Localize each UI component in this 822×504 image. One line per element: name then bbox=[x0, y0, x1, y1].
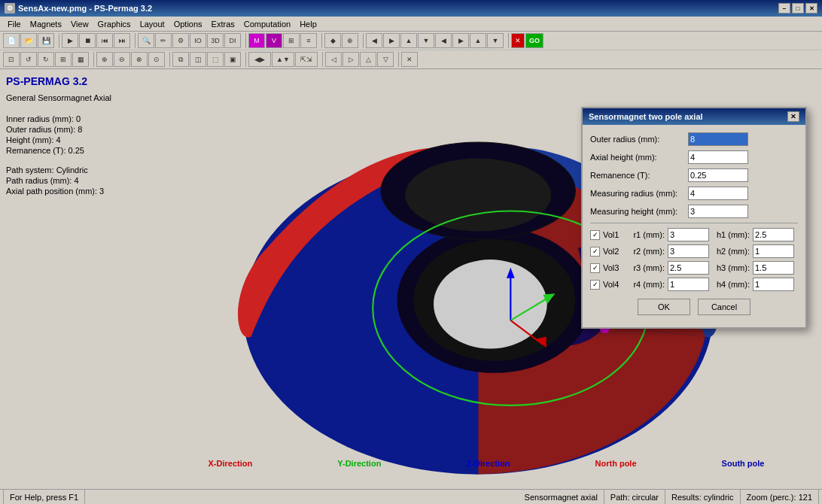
toolbar-icon-22[interactable]: ▶ bbox=[452, 33, 469, 48]
toolbar-icon-1[interactable]: ▶ bbox=[62, 33, 78, 48]
toolbar-icon-6[interactable]: ✏ bbox=[155, 33, 172, 48]
toolbar-icon-18[interactable]: ▶ bbox=[383, 33, 400, 48]
toolbar-2-sep-1 bbox=[91, 52, 94, 67]
remanence-label: Remanence (T): bbox=[590, 171, 688, 180]
vol1-label: Vol1 bbox=[603, 230, 624, 239]
vol1-h-input[interactable] bbox=[753, 228, 794, 241]
vol1-checkbox[interactable]: ✓ bbox=[590, 230, 600, 240]
toolbar-icon-2[interactable]: ⏹ bbox=[79, 33, 96, 48]
toolbar-icon-16[interactable]: ⊕ bbox=[342, 33, 358, 48]
toolbar-stop[interactable]: ✕ bbox=[511, 33, 525, 48]
toolbar-2-icon-2[interactable]: ↺ bbox=[20, 52, 37, 67]
menu-file[interactable]: File bbox=[3, 18, 26, 30]
toolbar-icon-20[interactable]: ▼ bbox=[418, 33, 434, 48]
close-button[interactable]: ✕ bbox=[805, 3, 817, 14]
menu-magnets[interactable]: Magnets bbox=[26, 18, 66, 30]
toolbar-icon-15[interactable]: ◆ bbox=[324, 33, 341, 48]
vol2-r-input[interactable] bbox=[668, 244, 709, 258]
toolbar-icon-13[interactable]: ⊞ bbox=[283, 33, 300, 48]
toolbar-2-icon-17[interactable]: ◁ bbox=[325, 52, 342, 67]
measuring-radius-input[interactable] bbox=[688, 187, 748, 200]
toolbar-2-icon-15[interactable]: ▲▼ bbox=[272, 52, 294, 67]
vol2-h-input[interactable] bbox=[753, 244, 794, 258]
vol2-checkbox[interactable]: ✓ bbox=[590, 247, 600, 257]
vol3-h-input[interactable] bbox=[753, 261, 794, 275]
toolbar-2-icon-12[interactable]: ⬚ bbox=[207, 52, 224, 67]
toolbar-2-icon-18[interactable]: ▷ bbox=[342, 52, 359, 67]
toolbar-icon-24[interactable]: ▼ bbox=[487, 33, 504, 48]
toolbar-2-icon-13[interactable]: ▣ bbox=[224, 52, 241, 67]
vol3-r-input[interactable] bbox=[668, 261, 709, 275]
toolbar-new[interactable]: 📄 bbox=[3, 33, 20, 48]
menu-computation[interactable]: Computation bbox=[239, 18, 295, 30]
info-panel: PS-PERMAG 3.2 General Sensormagnet Axial… bbox=[0, 69, 151, 490]
toolbar-icon-3[interactable]: ⏮ bbox=[96, 33, 113, 48]
toolbar-sep-2 bbox=[132, 33, 135, 48]
dialog-title-bar: Sensormagnet two pole axial ✕ bbox=[583, 108, 805, 125]
toolbar-2-icon-7[interactable]: ⊖ bbox=[114, 52, 130, 67]
vol1-r-input[interactable] bbox=[668, 228, 709, 241]
toolbar-icon-17[interactable]: ◀ bbox=[366, 33, 382, 48]
toolbar-icon-12[interactable]: V bbox=[266, 33, 282, 48]
vol2-row: ✓ Vol2 r2 (mm): h2 (mm): bbox=[590, 244, 798, 258]
vol3-checkbox[interactable]: ✓ bbox=[590, 263, 600, 273]
toolbar-icon-10[interactable]: DI bbox=[224, 33, 241, 48]
sensormagnet-dialog: Sensormagnet two pole axial ✕ Outer radi… bbox=[581, 107, 807, 329]
toolbar-icon-11[interactable]: M bbox=[248, 33, 265, 48]
toolbar-icon-9[interactable]: 3D bbox=[207, 33, 224, 48]
toolbar-2-icon-3[interactable]: ↻ bbox=[38, 52, 54, 67]
vol4-checkbox[interactable]: ✓ bbox=[590, 280, 600, 290]
info-outer-radius: Outer radius (mm): 8 bbox=[6, 125, 145, 134]
menu-extras[interactable]: Extras bbox=[207, 18, 239, 30]
menu-options[interactable]: Options bbox=[169, 18, 207, 30]
toolbar-2-icon-6[interactable]: ⊕ bbox=[96, 52, 113, 67]
maximize-button[interactable]: □ bbox=[792, 3, 804, 14]
remanence-row: Remanence (T): bbox=[590, 169, 798, 182]
toolbar-icon-8[interactable]: IO bbox=[190, 33, 206, 48]
toolbar-2-icon-21[interactable]: ✕ bbox=[401, 52, 418, 67]
toolbar-icon-23[interactable]: ▲ bbox=[470, 33, 486, 48]
toolbar-2-icon-4[interactable]: ⊞ bbox=[55, 52, 72, 67]
info-path-radius: Path radius (mm): 4 bbox=[6, 176, 145, 185]
outer-radius-input[interactable] bbox=[688, 132, 748, 146]
vol1-r-label: r1 (mm): bbox=[627, 230, 665, 239]
toolbar-2-icon-10[interactable]: ⧉ bbox=[172, 52, 189, 67]
toolbar-2-icon-9[interactable]: ⊙ bbox=[148, 52, 165, 67]
toolbar-icon-7[interactable]: ⚙ bbox=[172, 33, 189, 48]
vol4-row: ✓ Vol4 r4 (mm): h4 (mm): bbox=[590, 278, 798, 291]
remanence-input[interactable] bbox=[688, 169, 748, 182]
toolbar-2-icon-5[interactable]: ▦ bbox=[72, 52, 89, 67]
toolbar-2-icon-1[interactable]: ⊡ bbox=[3, 52, 20, 67]
vol2-label: Vol2 bbox=[603, 247, 624, 256]
toolbar-2-icon-19[interactable]: △ bbox=[360, 52, 376, 67]
menu-layout[interactable]: Layout bbox=[135, 18, 169, 30]
toolbar-go[interactable]: GO bbox=[525, 33, 543, 48]
toolbar-2-sep-3 bbox=[243, 52, 246, 67]
toolbar-2-icon-16[interactable]: ⇱⇲ bbox=[295, 52, 318, 67]
toolbar-2-icon-11[interactable]: ◫ bbox=[190, 52, 206, 67]
toolbar-icon-4[interactable]: ⏭ bbox=[114, 33, 130, 48]
toolbar-icon-19[interactable]: ▲ bbox=[400, 33, 417, 48]
menu-view[interactable]: View bbox=[66, 18, 93, 30]
vol3-label: Vol3 bbox=[603, 263, 624, 272]
ok-button[interactable]: OK bbox=[638, 299, 690, 315]
menu-help[interactable]: Help bbox=[295, 18, 321, 30]
toolbar-2-icon-20[interactable]: ▽ bbox=[377, 52, 394, 67]
toolbar-2-icon-14[interactable]: ◀▶ bbox=[248, 52, 271, 67]
menu-graphics[interactable]: Graphics bbox=[93, 18, 135, 30]
minimize-button[interactable]: − bbox=[778, 3, 790, 14]
info-axial-path: Axial path position (mm): 3 bbox=[6, 187, 145, 196]
toolbar-icon-5[interactable]: 🔍 bbox=[138, 33, 154, 48]
toolbar-save[interactable]: 💾 bbox=[38, 33, 54, 48]
vol4-r-input[interactable] bbox=[668, 278, 709, 291]
vol4-h-input[interactable] bbox=[753, 278, 794, 291]
cancel-button[interactable]: Cancel bbox=[698, 299, 750, 315]
info-path-system: Path system: Cylindric bbox=[6, 165, 145, 175]
toolbar-icon-14[interactable]: ≡ bbox=[300, 33, 317, 48]
toolbar-open[interactable]: 📂 bbox=[20, 33, 37, 48]
toolbar-icon-21[interactable]: ◀ bbox=[435, 33, 452, 48]
toolbar-2-icon-8[interactable]: ⊗ bbox=[131, 52, 148, 67]
dialog-close-button[interactable]: ✕ bbox=[787, 111, 799, 122]
measuring-height-input[interactable] bbox=[688, 205, 748, 218]
axial-height-input[interactable] bbox=[688, 150, 748, 164]
